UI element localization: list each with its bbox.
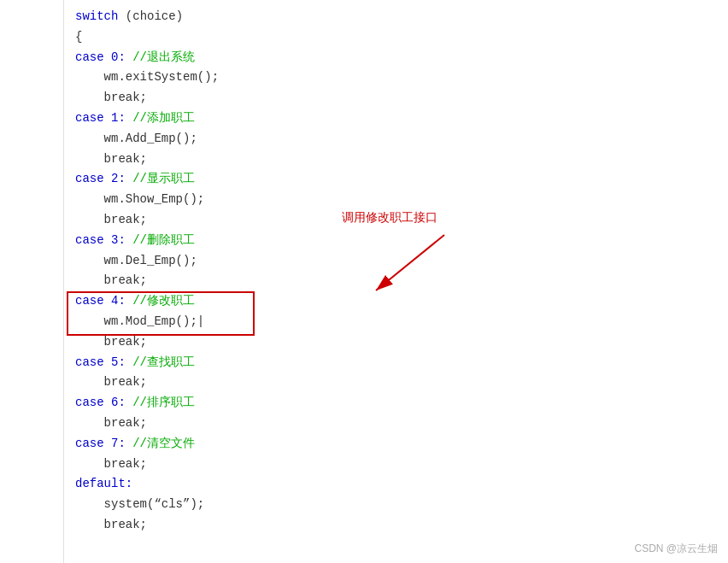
- code-line: break;: [68, 515, 728, 536]
- code-token: break;: [75, 518, 147, 531]
- code-token: //显示职工: [132, 172, 195, 185]
- line-content: break;: [68, 515, 147, 536]
- code-line: break;: [68, 455, 728, 475]
- line-content: system(“cls”);: [68, 495, 204, 515]
- code-token: case 0:: [75, 50, 132, 64]
- code-token: wm.exitSystem();: [75, 70, 219, 84]
- code-token: //删除职工: [132, 233, 195, 247]
- code-token: break;: [75, 273, 147, 287]
- code-line: case 7: //清空文件: [68, 434, 728, 455]
- line-content: break;: [68, 271, 147, 291]
- line-content: case 4: //修改职工: [68, 291, 195, 312]
- line-content: case 5: //查找职工: [68, 353, 195, 373]
- code-token: default:: [75, 477, 132, 490]
- annotation-text: 调用修改职工接口: [342, 210, 437, 226]
- code-token: break;: [75, 375, 147, 389]
- line-content: break;: [68, 88, 147, 108]
- line-content: case 1: //添加职工: [68, 108, 195, 129]
- code-token: //查找职工: [132, 355, 195, 369]
- code-line: wm.Mod_Emp();|: [68, 312, 728, 332]
- code-token: system(“cls”);: [75, 497, 204, 511]
- code-token: wm.Show_Emp();: [75, 192, 204, 206]
- line-content: case 0: //退出系统: [68, 48, 195, 68]
- code-token: //排序职工: [132, 396, 195, 409]
- line-content: break;: [68, 455, 147, 475]
- watermark: CSDN @凉云生烟: [634, 542, 718, 556]
- code-token: case 5:: [75, 355, 132, 369]
- code-token: case 2:: [75, 172, 132, 185]
- code-line: default:: [68, 474, 728, 495]
- code-token: case 4:: [75, 294, 132, 308]
- code-line: break;: [68, 372, 728, 393]
- code-line: break;: [68, 88, 728, 108]
- code-line: case 5: //查找职工: [68, 353, 728, 373]
- code-token: //添加职工: [132, 111, 195, 125]
- line-content: break;: [68, 210, 147, 231]
- annotation-arrow: [359, 231, 513, 311]
- line-content: wm.Del_Emp();: [68, 251, 197, 272]
- code-token: case 6:: [75, 396, 132, 409]
- line-content: {: [68, 27, 82, 48]
- code-line: break;: [68, 413, 728, 434]
- line-content: break;: [68, 150, 147, 170]
- line-content: break;: [68, 372, 147, 393]
- code-line: case 2: //显示职工: [68, 169, 728, 190]
- code-container: switch (choice){case 0: //退出系统 wm.exitSy…: [0, 0, 728, 563]
- code-line: {: [68, 27, 728, 48]
- code-token: //退出系统: [132, 50, 195, 64]
- code-token: switch: [75, 9, 118, 23]
- code-token: break;: [75, 416, 147, 430]
- code-token: break;: [75, 152, 147, 166]
- code-token: break;: [75, 91, 147, 104]
- code-line: case 1: //添加职工: [68, 108, 728, 129]
- line-content: wm.Mod_Emp();|: [68, 312, 204, 332]
- line-content: case 7: //清空文件: [68, 434, 195, 455]
- code-line: case 0: //退出系统: [68, 48, 728, 68]
- code-line: case 6: //排序职工: [68, 393, 728, 413]
- code-line: wm.Show_Emp();: [68, 190, 728, 210]
- code-token: break;: [75, 213, 147, 226]
- line-content: break;: [68, 332, 147, 353]
- code-line: wm.exitSystem();: [68, 67, 728, 88]
- line-content: wm.Show_Emp();: [68, 190, 204, 210]
- code-token: case 7:: [75, 437, 132, 450]
- code-line: switch (choice): [68, 7, 728, 27]
- code-line: break;: [68, 150, 728, 170]
- code-token: break;: [75, 335, 147, 349]
- code-token: wm.Del_Emp();: [75, 254, 197, 267]
- code-line: system(“cls”);: [68, 495, 728, 515]
- code-line: wm.Add_Emp();: [68, 129, 728, 150]
- code-token: break;: [75, 457, 147, 471]
- code-token: //修改职工: [132, 294, 195, 308]
- line-content: wm.Add_Emp();: [68, 129, 197, 150]
- svg-line-1: [376, 235, 444, 290]
- code-token: case 3:: [75, 233, 132, 247]
- code-token: (choice): [118, 9, 183, 23]
- line-content: switch (choice): [68, 7, 183, 27]
- code-token: //清空文件: [132, 437, 195, 450]
- code-token: wm.Add_Emp();: [75, 132, 197, 145]
- code-token: {: [75, 30, 82, 44]
- line-content: case 6: //排序职工: [68, 393, 195, 413]
- code-token: case 1:: [75, 111, 132, 125]
- line-content: case 2: //显示职工: [68, 169, 195, 190]
- line-content: break;: [68, 413, 147, 434]
- code-line: break;: [68, 332, 728, 353]
- line-content: case 3: //删除职工: [68, 231, 195, 251]
- line-content: default:: [68, 474, 132, 495]
- line-content: wm.exitSystem();: [68, 67, 219, 88]
- code-token: wm.Mod_Emp();|: [75, 314, 204, 328]
